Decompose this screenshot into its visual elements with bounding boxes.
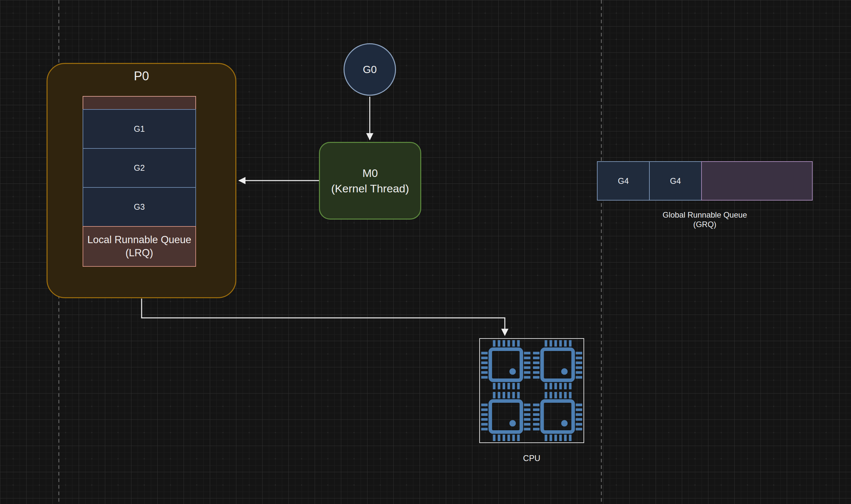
goroutine-g0-label: G0 <box>363 64 377 76</box>
processor-p0-node[interactable]: P0 G1 G2 G3 Local Runnable Queue (LRQ) <box>47 63 236 298</box>
local-runnable-queue-stack: G1 G2 G3 Local Runnable Queue (LRQ) <box>83 96 196 267</box>
grq-caption-line2: (GRQ) <box>597 219 813 229</box>
goroutine-g3-label: G3 <box>134 202 145 212</box>
grq-g4-label-2: G4 <box>670 176 681 186</box>
grq-caption: Global Runnable Queue (GRQ) <box>597 210 813 229</box>
cpu-label: CPU <box>479 453 584 463</box>
diagram-canvas: P0 G1 G2 G3 Local Runnable Queue (LRQ) G… <box>0 0 851 504</box>
goroutine-g2-node[interactable]: G2 <box>83 148 196 188</box>
grq-g4-label-1: G4 <box>618 176 629 186</box>
m0-label-line2: (Kernel Thread) <box>331 181 409 196</box>
goroutine-g0-node[interactable]: G0 <box>343 43 396 96</box>
global-runnable-queue-bar: G4 G4 <box>597 161 813 201</box>
goroutine-g1-label: G1 <box>134 124 145 134</box>
arrow-p0-to-cpu[interactable] <box>142 299 505 335</box>
grq-goroutine-g4-node-1[interactable]: G4 <box>597 161 650 201</box>
m0-label-line1: M0 <box>362 165 378 181</box>
goroutine-g3-node[interactable]: G3 <box>83 187 196 227</box>
goroutine-g1-node[interactable]: G1 <box>83 109 196 149</box>
processor-p0-title: P0 <box>48 69 235 83</box>
grq-empty-tail[interactable] <box>701 161 813 201</box>
lrq-caption-line1: Local Runnable Queue <box>87 233 191 247</box>
lrq-caption-line2: (LRQ) <box>126 247 153 259</box>
grq-goroutine-g4-node-2[interactable]: G4 <box>649 161 702 201</box>
lrq-caption-box[interactable]: Local Runnable Queue (LRQ) <box>83 226 196 267</box>
cpu-chips-icon <box>480 339 584 443</box>
kernel-thread-m0-node[interactable]: M0 (Kernel Thread) <box>319 142 421 219</box>
grq-caption-line1: Global Runnable Queue <box>597 210 813 219</box>
goroutine-g2-label: G2 <box>134 163 145 173</box>
cpu-node[interactable] <box>479 338 584 443</box>
lrq-empty-slot[interactable] <box>83 96 196 110</box>
